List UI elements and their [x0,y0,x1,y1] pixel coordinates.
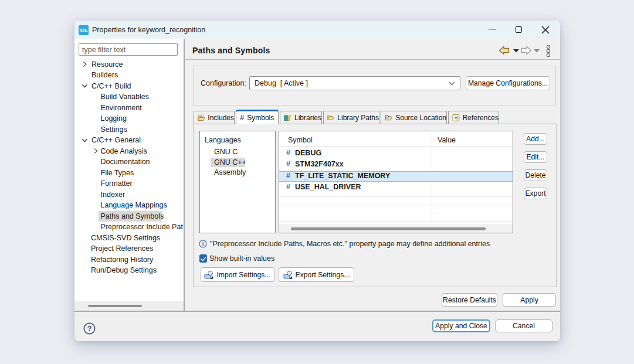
svg-text:?: ? [87,325,92,333]
svg-text:i: i [202,241,204,247]
